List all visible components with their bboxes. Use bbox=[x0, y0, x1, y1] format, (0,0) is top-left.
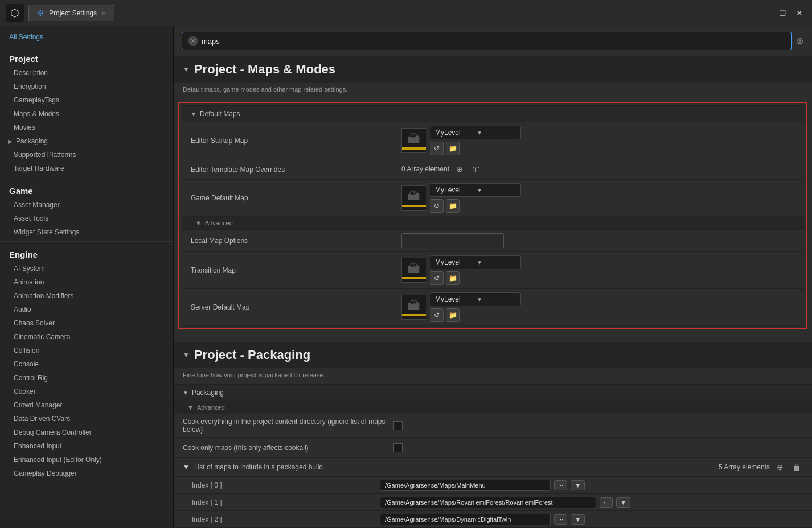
sidebar-item-chaos-solver[interactable]: Chaos Solver bbox=[0, 316, 173, 330]
list-item-dd-btn-0[interactable]: ▼ bbox=[571, 480, 585, 490]
transition-map-actions: ↺ 📁 bbox=[430, 271, 521, 285]
search-input[interactable] bbox=[202, 37, 785, 46]
sidebar-item-widget-state[interactable]: Widget State Settings bbox=[0, 225, 173, 239]
list-item-more-btn-2[interactable]: ··· bbox=[554, 514, 567, 525]
template-map-add-btn[interactable]: ⊕ bbox=[454, 163, 465, 175]
cook-everything-checkbox[interactable] bbox=[393, 421, 403, 430]
map-reset-btn[interactable]: ↺ bbox=[430, 142, 444, 155]
transition-map-browse-btn[interactable]: 📁 bbox=[446, 271, 460, 285]
packaging-advanced-arrow-icon: ▼ bbox=[187, 404, 194, 411]
list-maps-count: 5 Array elements bbox=[719, 463, 770, 471]
sidebar-item-enhanced-input[interactable]: Enhanced Input bbox=[0, 439, 173, 453]
tab-label: Project Settings bbox=[49, 9, 97, 17]
list-item-dd-btn-2[interactable]: ▼ bbox=[571, 514, 585, 525]
all-settings-link[interactable]: All Settings bbox=[9, 33, 43, 41]
default-maps-arrow-icon[interactable]: ▼ bbox=[191, 111, 196, 117]
maximize-btn[interactable]: ☐ bbox=[776, 6, 789, 20]
sidebar-item-animation[interactable]: Animation bbox=[0, 275, 173, 289]
sidebar-item-description[interactable]: Description bbox=[0, 66, 173, 80]
local-map-options-input[interactable] bbox=[401, 233, 504, 248]
sidebar-item-gameplaytags[interactable]: GameplayTags bbox=[0, 93, 173, 107]
server-default-map-selected: MyLevel bbox=[435, 295, 474, 303]
sidebar-item-debug-camera[interactable]: Debug Camera Controller bbox=[0, 426, 173, 439]
sidebar-item-crowd-manager[interactable]: Crowd Manager bbox=[0, 398, 173, 412]
transition-map-reset-btn[interactable]: ↺ bbox=[430, 271, 444, 285]
window-controls: — ☐ ✕ bbox=[758, 6, 806, 20]
list-item-input-2[interactable] bbox=[380, 514, 551, 525]
list-item-input-0[interactable] bbox=[380, 480, 551, 491]
packaging-arrow-icon: ▶ bbox=[8, 138, 13, 145]
settings-tab[interactable]: ⚙ Project Settings ✕ bbox=[28, 5, 114, 21]
list-item-value-0: ··· ▼ bbox=[380, 480, 803, 491]
sidebar-item-movies[interactable]: Movies bbox=[0, 121, 173, 134]
sidebar-item-console[interactable]: Console bbox=[0, 357, 173, 371]
game-default-map-reset-btn[interactable]: ↺ bbox=[430, 199, 444, 213]
editor-startup-map-thumb: 🏔 bbox=[401, 128, 426, 153]
sidebar-item-cooker[interactable]: Cooker bbox=[0, 385, 173, 398]
server-default-map-browse-btn[interactable]: 📁 bbox=[446, 308, 460, 322]
sidebar-item-packaging[interactable]: ▶Packaging bbox=[0, 134, 173, 148]
dropdown-arrow-icon: ▼ bbox=[477, 130, 516, 136]
game-default-map-value: 🏔 MyLevel ▼ ↺ bbox=[401, 183, 795, 213]
list-item-dd-btn-1[interactable]: ▼ bbox=[616, 497, 630, 508]
transition-map-dropdown[interactable]: MyLevel ▼ bbox=[430, 255, 521, 269]
editor-startup-map-value: 🏔 MyLevel ▼ ↺ bbox=[401, 126, 795, 155]
list-maps-expand-icon[interactable]: ▼ bbox=[183, 463, 190, 471]
game-default-map-browse-btn[interactable]: 📁 bbox=[446, 199, 460, 213]
transition-map-thumb-icon: 🏔 bbox=[408, 261, 420, 276]
row-transition-map: Transition Map 🏔 MyLevel bbox=[182, 252, 804, 289]
sidebar-item-audio[interactable]: Audio bbox=[0, 303, 173, 316]
list-item-input-1[interactable] bbox=[380, 497, 596, 508]
sidebar-item-target-hardware[interactable]: Target Hardware bbox=[0, 162, 173, 175]
search-gear-icon[interactable]: ⚙ bbox=[796, 36, 804, 47]
sidebar-item-asset-tools[interactable]: Asset Tools bbox=[0, 212, 173, 225]
minimize-btn[interactable]: — bbox=[758, 6, 772, 20]
map-browse-btn[interactable]: 📁 bbox=[446, 142, 460, 155]
sidebar-item-data-driven-cvars[interactable]: Data Driven CVars bbox=[0, 412, 173, 426]
list-item-more-btn-0[interactable]: ··· bbox=[554, 480, 567, 490]
sidebar-item-encryption[interactable]: Encryption bbox=[0, 80, 173, 93]
editor-startup-map-picker: 🏔 MyLevel ▼ ↺ bbox=[401, 126, 521, 155]
editor-startup-map-label: Editor Startup Map bbox=[191, 137, 401, 145]
template-map-delete-btn[interactable]: 🗑 bbox=[470, 163, 482, 175]
server-default-map-dropdown[interactable]: MyLevel ▼ bbox=[430, 292, 521, 306]
section-packaging: ▼ Project - Packaging Fine tune how your… bbox=[174, 342, 812, 528]
section-title-maps: Project - Maps & Modes bbox=[194, 62, 335, 77]
advanced-toggle[interactable]: ▼ Advanced bbox=[182, 217, 804, 230]
window-close-btn[interactable]: ✕ bbox=[793, 6, 806, 20]
sidebar-item-cinematic-camera[interactable]: Cinematic Camera bbox=[0, 330, 173, 344]
game-default-map-dropdown[interactable]: MyLevel ▼ bbox=[430, 183, 521, 197]
sidebar-item-maps-modes[interactable]: Maps & Modes bbox=[0, 107, 173, 121]
sidebar: All Settings Project Description Encrypt… bbox=[0, 26, 174, 528]
row-server-default-map: Server Default Map 🏔 MyL bbox=[182, 289, 804, 326]
tab-close-btn[interactable]: ✕ bbox=[101, 10, 106, 16]
packaging-advanced-toggle[interactable]: ▼ Advanced bbox=[174, 401, 812, 414]
search-clear-btn[interactable]: ✕ bbox=[188, 36, 198, 46]
list-item-more-btn-1[interactable]: ··· bbox=[600, 497, 613, 508]
game-default-map-selected: MyLevel bbox=[435, 186, 474, 194]
sidebar-section-project: Project bbox=[0, 48, 173, 66]
sidebar-item-collision[interactable]: Collision bbox=[0, 344, 173, 357]
server-default-map-dropdown-arrow-icon: ▼ bbox=[477, 296, 516, 303]
sidebar-item-supported-platforms[interactable]: Supported Platforms bbox=[0, 148, 173, 162]
subsection-packaging: ▼ Packaging bbox=[174, 384, 812, 401]
packaging-advanced-label: Advanced bbox=[197, 404, 225, 411]
list-maps-delete-btn[interactable]: 🗑 bbox=[790, 461, 803, 473]
sidebar-item-ai-system[interactable]: AI System bbox=[0, 262, 173, 275]
list-maps-add-btn[interactable]: ⊕ bbox=[774, 461, 786, 473]
sidebar-item-enhanced-input-editor[interactable]: Enhanced Input (Editor Only) bbox=[0, 453, 173, 467]
row-local-map-options: Local Map Options bbox=[182, 230, 804, 252]
cook-only-maps-checkbox[interactable] bbox=[393, 443, 403, 452]
sidebar-item-control-rig[interactable]: Control Rig bbox=[0, 371, 173, 385]
section-packaging-collapse-arrow-icon[interactable]: ▼ bbox=[183, 351, 190, 359]
sidebar-item-gameplay-debugger[interactable]: Gameplay Debugger bbox=[0, 467, 173, 480]
editor-startup-map-dropdown[interactable]: MyLevel ▼ bbox=[430, 126, 521, 139]
section-collapse-arrow-icon[interactable]: ▼ bbox=[183, 65, 190, 73]
packaging-subsection-arrow-icon[interactable]: ▼ bbox=[183, 390, 188, 396]
sidebar-item-asset-manager[interactable]: Asset Manager bbox=[0, 198, 173, 212]
search-box[interactable]: ✕ bbox=[182, 32, 792, 50]
server-default-map-reset-btn[interactable]: ↺ bbox=[430, 308, 444, 322]
game-default-map-thumb: 🏔 bbox=[401, 185, 426, 211]
sidebar-item-animation-modifiers[interactable]: Animation Modifiers bbox=[0, 289, 173, 303]
section-subtitle-maps: Default maps, game modes and other map r… bbox=[174, 82, 812, 98]
